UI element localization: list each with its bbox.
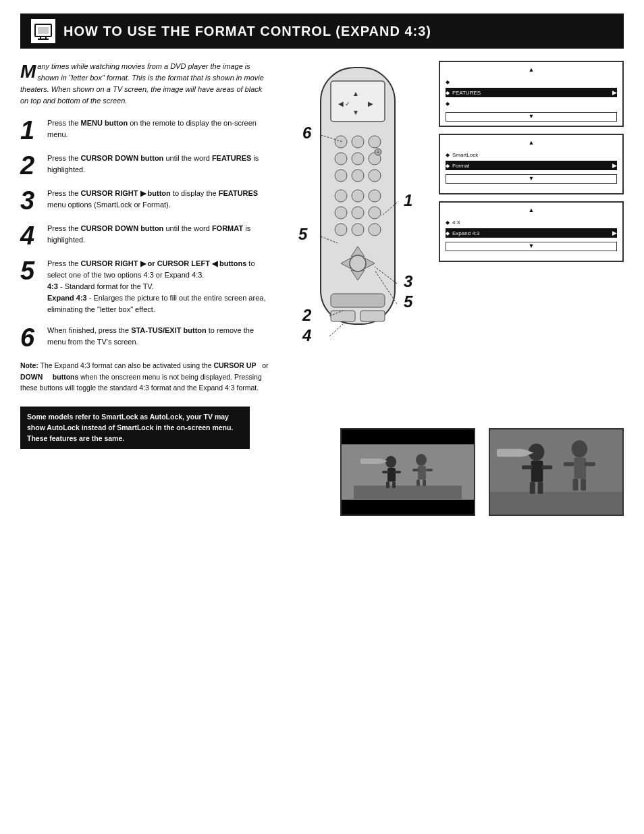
svg-point-28 — [369, 207, 381, 219]
svg-text:1: 1 — [404, 191, 412, 209]
svg-rect-60 — [382, 471, 389, 473]
ms1-row3: ◆ — [446, 99, 617, 108]
menu-screens: ▲ ◆ ◆FEATURES▶ ◆ ▼ — [439, 61, 624, 415]
expanded-image — [489, 428, 624, 516]
svg-rect-1 — [38, 27, 49, 34]
step-2: 2 Press the CURSOR DOWN button until the… — [20, 153, 270, 178]
page-title: How to Use the Format Control (Expand 4:… — [63, 24, 431, 39]
svg-point-16 — [352, 153, 364, 165]
svg-text:4: 4 — [302, 326, 311, 344]
menu-screen-3: ▲ ◆4:3 ◆Expand 4:3▶ ▼ — [439, 201, 624, 262]
svg-rect-82 — [564, 462, 574, 466]
step-1-text: Press the MENU button on the remote to d… — [47, 118, 270, 140]
svg-text:3: 3 — [404, 272, 413, 290]
svg-rect-67 — [426, 469, 433, 471]
drop-cap: M — [20, 62, 36, 81]
svg-text:5: 5 — [404, 292, 413, 311]
bottom-images — [284, 428, 624, 516]
svg-point-18 — [335, 170, 347, 182]
svg-text:▶: ▶ — [368, 100, 373, 107]
svg-point-25 — [369, 190, 381, 202]
svg-rect-79 — [574, 457, 586, 478]
svg-rect-73 — [531, 461, 543, 481]
svg-point-23 — [335, 190, 347, 202]
svg-rect-74 — [530, 482, 535, 494]
svg-rect-83 — [585, 462, 595, 466]
menu-screen-2: ▲ ◆SmartLock ◆Format▶ ▼ — [439, 134, 624, 194]
header-icon — [31, 19, 55, 43]
svg-point-15 — [335, 153, 347, 165]
step-4: 4 Press the CURSOR DOWN button until the… — [20, 223, 270, 249]
svg-text:▲: ▲ — [352, 90, 359, 97]
svg-rect-68 — [360, 459, 381, 464]
main-content: Many times while watching movies from a … — [20, 61, 624, 516]
svg-point-24 — [352, 190, 364, 202]
svg-rect-64 — [417, 479, 420, 486]
ms2-row1: ◆SmartLock — [446, 150, 617, 159]
svg-point-78 — [572, 440, 588, 457]
ms3-bottom-bar: ▼ — [446, 242, 617, 251]
ms1-row2-highlighted: ◆FEATURES▶ — [446, 88, 617, 97]
step-2-text: Press the CURSOR DOWN button until the w… — [47, 153, 270, 176]
svg-rect-58 — [386, 481, 390, 488]
step-5-number: 5 — [20, 258, 42, 284]
svg-point-31 — [369, 224, 381, 236]
step-6-number: 6 — [20, 325, 42, 350]
svg-point-26 — [335, 207, 347, 219]
svg-rect-77 — [541, 465, 552, 469]
svg-point-19 — [352, 170, 364, 182]
ms3-row1: ◆4:3 — [446, 217, 617, 227]
step-1-number: 1 — [20, 118, 42, 143]
page-container: How to Use the Format Control (Expand 4:… — [20, 14, 624, 516]
svg-rect-66 — [412, 469, 419, 471]
page-header: How to Use the Format Control (Expand 4:… — [20, 14, 624, 49]
letterbox-image — [340, 428, 475, 516]
warning-box: Some models refer to SmartLock as AutoLo… — [20, 407, 250, 449]
remote-svg: ▲ ▼ ◀ ▶ ✓ — [284, 61, 432, 412]
svg-point-12 — [335, 136, 347, 148]
screens-and-remote: ▲ ▼ ◀ ▶ ✓ — [284, 61, 624, 415]
remote-wrapper: ▲ ▼ ◀ ▶ ✓ — [284, 61, 432, 415]
step-1: 1 Press the MENU button on the remote to… — [20, 118, 270, 143]
svg-text:✓: ✓ — [345, 101, 350, 107]
right-column: ▲ ▼ ◀ ▶ ✓ — [284, 61, 624, 516]
ms2-row2-highlighted: ◆Format▶ — [446, 161, 617, 170]
menu-screen-1: ▲ ◆ ◆FEATURES▶ ◆ ▼ — [439, 61, 624, 127]
svg-point-29 — [335, 224, 347, 236]
ms2-bottom-bar: ▼ — [446, 174, 617, 184]
svg-text:5: 5 — [298, 225, 308, 243]
ms1-arrow-up: ▲ — [446, 66, 617, 73]
svg-point-62 — [416, 454, 427, 466]
svg-point-20 — [369, 170, 381, 182]
svg-rect-80 — [573, 479, 579, 491]
svg-point-30 — [352, 224, 364, 236]
ms1-bottom-bar: ▼ — [446, 112, 617, 122]
svg-text:▼: ▼ — [352, 109, 359, 116]
svg-rect-59 — [392, 481, 396, 488]
svg-point-14 — [369, 136, 381, 148]
step-6: 6 When finished, press the STA-TUS/EXIT … — [20, 325, 270, 350]
step-2-number: 2 — [20, 153, 42, 178]
warning-text: Some models refer to SmartLock as AutoLo… — [27, 413, 233, 442]
left-column: Many times while watching movies from a … — [20, 61, 270, 516]
svg-rect-81 — [581, 479, 586, 491]
svg-text:+: + — [377, 150, 379, 155]
svg-text:6: 6 — [302, 124, 312, 142]
svg-line-50 — [329, 324, 343, 336]
ms2-arrow-up: ▲ — [446, 139, 617, 146]
step-6-text: When finished, press the STA-TUS/EXIT bu… — [47, 325, 270, 348]
svg-rect-37 — [331, 294, 385, 307]
svg-rect-75 — [538, 482, 543, 494]
ms3-arrow-up: ▲ — [446, 207, 617, 213]
step-3-number: 3 — [20, 188, 42, 213]
svg-point-56 — [385, 456, 396, 468]
step-3-text: Press the CURSOR RIGHT ▶ button to displ… — [47, 188, 270, 211]
step-5-text: Press the CURSOR RIGHT ▶ or CURSOR LEFT … — [47, 258, 270, 315]
svg-rect-63 — [418, 466, 426, 479]
svg-rect-65 — [423, 479, 426, 486]
intro-text: any times while watching movies from a D… — [20, 62, 264, 105]
svg-rect-71 — [490, 492, 622, 515]
svg-rect-39 — [360, 311, 385, 321]
svg-rect-38 — [331, 311, 355, 321]
svg-rect-55 — [354, 486, 462, 499]
